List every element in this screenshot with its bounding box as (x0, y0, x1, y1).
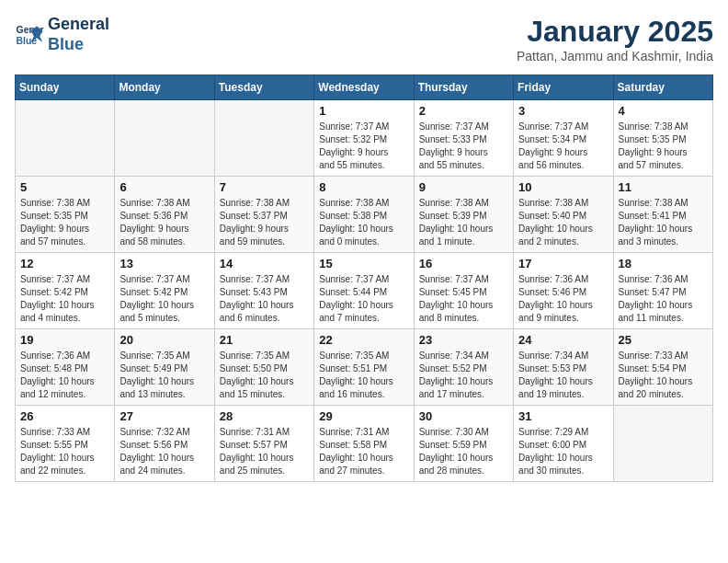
day-info: Sunrise: 7:38 AM Sunset: 5:36 PM Dayligh… (119, 197, 209, 248)
calendar-week-2: 12Sunrise: 7:37 AM Sunset: 5:42 PM Dayli… (16, 253, 713, 329)
calendar-cell: 15Sunrise: 7:37 AM Sunset: 5:44 PM Dayli… (314, 253, 414, 329)
calendar-cell: 4Sunrise: 7:38 AM Sunset: 5:35 PM Daylig… (613, 100, 712, 177)
calendar-cell: 14Sunrise: 7:37 AM Sunset: 5:43 PM Dayli… (214, 253, 313, 329)
calendar-cell (115, 100, 214, 177)
day-info: Sunrise: 7:37 AM Sunset: 5:33 PM Dayligh… (419, 121, 508, 172)
calendar-cell: 12Sunrise: 7:37 AM Sunset: 5:42 PM Dayli… (16, 253, 115, 329)
calendar-cell: 26Sunrise: 7:33 AM Sunset: 5:55 PM Dayli… (16, 406, 115, 482)
day-number: 6 (119, 180, 209, 194)
calendar-body: 1Sunrise: 7:37 AM Sunset: 5:32 PM Daylig… (16, 100, 713, 482)
month-title: January 2025 (517, 15, 713, 49)
day-info: Sunrise: 7:38 AM Sunset: 5:35 PM Dayligh… (619, 121, 708, 172)
day-number: 20 (119, 333, 209, 347)
logo-icon: General Blue (15, 20, 44, 50)
calendar-cell: 19Sunrise: 7:36 AM Sunset: 5:48 PM Dayli… (16, 329, 115, 406)
calendar-cell: 22Sunrise: 7:35 AM Sunset: 5:51 PM Dayli… (314, 329, 414, 406)
weekday-header-friday: Friday (514, 75, 613, 100)
logo: General Blue General Blue (15, 15, 109, 54)
calendar-table: SundayMondayTuesdayWednesdayThursdayFrid… (15, 75, 713, 482)
calendar-cell: 29Sunrise: 7:31 AM Sunset: 5:58 PM Dayli… (314, 406, 414, 482)
calendar-week-0: 1Sunrise: 7:37 AM Sunset: 5:32 PM Daylig… (16, 100, 713, 177)
day-info: Sunrise: 7:38 AM Sunset: 5:37 PM Dayligh… (220, 197, 309, 248)
logo-text: General Blue (48, 15, 109, 54)
calendar-cell: 9Sunrise: 7:38 AM Sunset: 5:39 PM Daylig… (414, 177, 513, 253)
day-number: 3 (518, 104, 608, 118)
calendar-cell: 11Sunrise: 7:38 AM Sunset: 5:41 PM Dayli… (613, 177, 712, 253)
calendar-cell: 3Sunrise: 7:37 AM Sunset: 5:34 PM Daylig… (514, 100, 613, 177)
day-info: Sunrise: 7:34 AM Sunset: 5:52 PM Dayligh… (419, 350, 508, 401)
weekday-header-tuesday: Tuesday (214, 75, 313, 100)
calendar-cell (613, 406, 712, 482)
day-info: Sunrise: 7:34 AM Sunset: 5:53 PM Dayligh… (518, 350, 608, 401)
day-number: 11 (619, 180, 708, 194)
day-number: 21 (220, 333, 309, 347)
day-number: 24 (518, 333, 608, 347)
calendar-cell: 31Sunrise: 7:29 AM Sunset: 6:00 PM Dayli… (514, 406, 613, 482)
day-info: Sunrise: 7:31 AM Sunset: 5:57 PM Dayligh… (220, 426, 309, 477)
calendar-week-3: 19Sunrise: 7:36 AM Sunset: 5:48 PM Dayli… (16, 329, 713, 406)
day-number: 28 (220, 409, 309, 423)
weekday-header-saturday: Saturday (613, 75, 712, 100)
day-number: 22 (319, 333, 408, 347)
day-info: Sunrise: 7:37 AM Sunset: 5:43 PM Dayligh… (220, 273, 309, 325)
day-number: 9 (419, 180, 508, 194)
calendar-cell: 23Sunrise: 7:34 AM Sunset: 5:52 PM Dayli… (414, 329, 513, 406)
calendar-cell: 28Sunrise: 7:31 AM Sunset: 5:57 PM Dayli… (214, 406, 313, 482)
day-info: Sunrise: 7:37 AM Sunset: 5:44 PM Dayligh… (319, 273, 408, 325)
day-number: 16 (419, 257, 508, 270)
day-info: Sunrise: 7:35 AM Sunset: 5:50 PM Dayligh… (220, 350, 309, 401)
weekday-header-sunday: Sunday (16, 75, 115, 100)
title-block: January 2025 Pattan, Jammu and Kashmir, … (517, 15, 713, 63)
calendar-cell: 30Sunrise: 7:30 AM Sunset: 5:59 PM Dayli… (414, 406, 513, 482)
calendar-cell (214, 100, 313, 177)
weekday-header-monday: Monday (115, 75, 214, 100)
day-number: 30 (419, 409, 508, 423)
day-number: 5 (20, 180, 109, 194)
day-info: Sunrise: 7:37 AM Sunset: 5:45 PM Dayligh… (419, 273, 508, 325)
day-info: Sunrise: 7:38 AM Sunset: 5:35 PM Dayligh… (20, 197, 109, 248)
day-number: 7 (220, 180, 309, 194)
calendar-cell: 7Sunrise: 7:38 AM Sunset: 5:37 PM Daylig… (214, 177, 313, 253)
day-info: Sunrise: 7:38 AM Sunset: 5:38 PM Dayligh… (319, 197, 408, 248)
day-number: 8 (319, 180, 408, 194)
day-number: 15 (319, 257, 408, 270)
day-info: Sunrise: 7:36 AM Sunset: 5:48 PM Dayligh… (20, 350, 109, 401)
day-number: 23 (419, 333, 508, 347)
day-number: 10 (518, 180, 608, 194)
day-number: 31 (518, 409, 608, 423)
day-number: 19 (20, 333, 109, 347)
calendar-cell: 24Sunrise: 7:34 AM Sunset: 5:53 PM Dayli… (514, 329, 613, 406)
weekday-header-wednesday: Wednesday (314, 75, 414, 100)
day-number: 17 (518, 257, 608, 270)
calendar-cell: 21Sunrise: 7:35 AM Sunset: 5:50 PM Dayli… (214, 329, 313, 406)
day-info: Sunrise: 7:37 AM Sunset: 5:32 PM Dayligh… (319, 121, 408, 172)
calendar-cell: 6Sunrise: 7:38 AM Sunset: 5:36 PM Daylig… (115, 177, 214, 253)
day-number: 18 (619, 257, 708, 270)
calendar-cell: 1Sunrise: 7:37 AM Sunset: 5:32 PM Daylig… (314, 100, 414, 177)
day-info: Sunrise: 7:31 AM Sunset: 5:58 PM Dayligh… (319, 426, 408, 477)
calendar-cell: 16Sunrise: 7:37 AM Sunset: 5:45 PM Dayli… (414, 253, 513, 329)
calendar-cell: 8Sunrise: 7:38 AM Sunset: 5:38 PM Daylig… (314, 177, 414, 253)
day-number: 25 (619, 333, 708, 347)
day-number: 27 (119, 409, 209, 423)
calendar-cell: 2Sunrise: 7:37 AM Sunset: 5:33 PM Daylig… (414, 100, 513, 177)
day-info: Sunrise: 7:38 AM Sunset: 5:39 PM Dayligh… (419, 197, 508, 248)
day-info: Sunrise: 7:36 AM Sunset: 5:46 PM Dayligh… (518, 273, 608, 325)
calendar-cell: 5Sunrise: 7:38 AM Sunset: 5:35 PM Daylig… (16, 177, 115, 253)
day-number: 29 (319, 409, 408, 423)
day-number: 26 (20, 409, 109, 423)
day-number: 1 (319, 104, 408, 118)
day-info: Sunrise: 7:33 AM Sunset: 5:54 PM Dayligh… (619, 350, 708, 401)
weekday-header-row: SundayMondayTuesdayWednesdayThursdayFrid… (16, 75, 713, 100)
calendar-cell: 27Sunrise: 7:32 AM Sunset: 5:56 PM Dayli… (115, 406, 214, 482)
day-info: Sunrise: 7:38 AM Sunset: 5:41 PM Dayligh… (619, 197, 708, 248)
day-number: 14 (220, 257, 309, 270)
calendar-week-1: 5Sunrise: 7:38 AM Sunset: 5:35 PM Daylig… (16, 177, 713, 253)
calendar-cell: 18Sunrise: 7:36 AM Sunset: 5:47 PM Dayli… (613, 253, 712, 329)
day-info: Sunrise: 7:37 AM Sunset: 5:34 PM Dayligh… (518, 121, 608, 172)
day-number: 4 (619, 104, 708, 118)
day-info: Sunrise: 7:37 AM Sunset: 5:42 PM Dayligh… (119, 273, 209, 325)
day-info: Sunrise: 7:32 AM Sunset: 5:56 PM Dayligh… (119, 426, 209, 477)
weekday-header-thursday: Thursday (414, 75, 513, 100)
calendar-week-4: 26Sunrise: 7:33 AM Sunset: 5:55 PM Dayli… (16, 406, 713, 482)
